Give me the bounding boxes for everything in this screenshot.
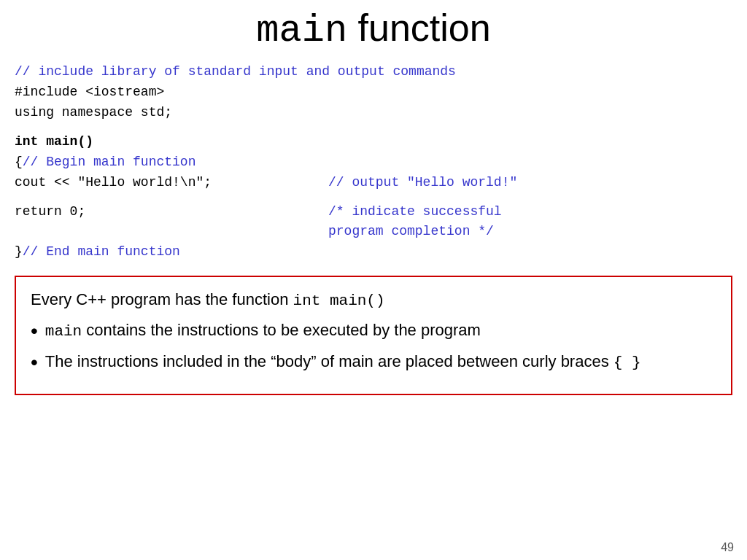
code-line-2: #include <iostream> [15,82,732,103]
code-line-7: cout << "Hello world!\n"; // output "Hel… [15,173,732,193]
code-open-brace: { [15,152,23,173]
bullet-item-2: • The instructions included in the “body… [31,351,716,376]
title-sans: function [347,7,491,49]
page-title: main function [15,7,732,52]
blank-line-1 [15,123,732,132]
code-comment-1: // include library of standard input and… [15,62,456,82]
code-include: #include <iostream> [15,82,164,103]
blank-line-2 [15,193,732,202]
bullet-1-text: main contains the instructions to be exe… [45,319,481,342]
bullet-item-1: • main contains the instructions to be e… [31,319,716,345]
page-number: 49 [721,541,734,554]
code-return-comment-2: program completion */ [328,222,502,242]
bullet-dot-1: • [31,316,38,345]
bullet-2-code: { } [614,354,641,371]
code-line-9: return 0; /* indicate successful program… [15,202,732,243]
code-line-3: using namespace std; [15,103,732,123]
code-end-comment: // End main function [23,242,180,262]
code-return: return 0; [15,202,328,243]
code-block: // include library of standard input and… [15,62,732,262]
bullet-dot-2: • [31,348,38,376]
code-line-10: } // End main function [15,242,732,262]
code-begin-comment: // Begin main function [23,152,196,173]
info-intro-code: int main() [293,292,385,309]
code-main-decl: int main() [15,132,93,152]
title-mono: main [256,9,347,52]
slide-page: main function // include library of stan… [0,0,747,560]
code-close-brace: } [15,242,23,262]
code-cout: cout << "Hello world!\n"; [15,173,328,193]
code-line-6: { // Begin main function [15,152,732,173]
bullet-1-rest: contains the instructions to be executed… [82,321,481,339]
code-line-1: // include library of standard input and… [15,62,732,82]
info-box: Every C++ program has the function int m… [15,276,732,395]
bullet-2-text: The instructions included in the “body” … [45,351,641,373]
code-using: using namespace std; [15,103,172,123]
info-bullet-list: • main contains the instructions to be e… [31,319,716,376]
code-return-comment: /* indicate successful program completio… [328,202,502,243]
code-cout-comment: // output "Hello world!" [328,173,517,193]
bullet-2-main-text: The instructions included in the “body” … [45,352,614,370]
info-intro-text: Every C++ program has the function [31,290,293,308]
code-line-5: int main() [15,132,732,152]
info-intro: Every C++ program has the function int m… [31,289,716,311]
code-return-comment-1: /* indicate successful [328,202,502,222]
bullet-1-mono: main [45,323,82,340]
